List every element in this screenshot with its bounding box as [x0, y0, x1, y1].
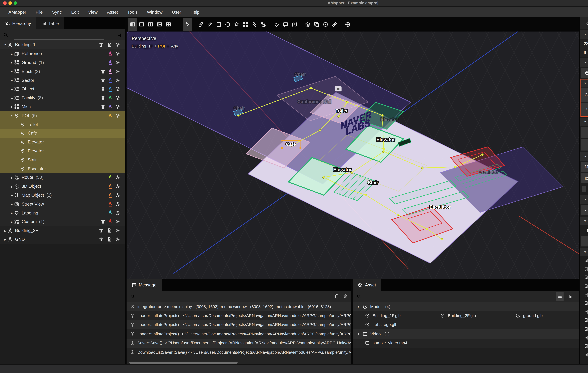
- copy-log-icon[interactable]: [335, 294, 339, 299]
- section-properties[interactable]: ▼Properties: [580, 152, 588, 161]
- map-label-elevator[interactable]: Elevator: [333, 167, 352, 172]
- label-visibility-toggle[interactable]: A: [109, 69, 112, 74]
- bookmark-item[interactable]: +021503 공공/행정 | 우정사업본부 | 우체국365: [580, 273, 588, 282]
- display-select[interactable]: Icon and Text: [581, 173, 588, 183]
- section-coordinate[interactable]: ▼Coordinate: [580, 58, 588, 67]
- layout-pane-columns[interactable]: [146, 18, 155, 31]
- asset-group-model[interactable]: ▼Model(4): [353, 302, 578, 311]
- menu-window[interactable]: Window: [142, 10, 167, 14]
- section-poiitem[interactable]: ▼POIItem: [580, 30, 588, 39]
- tool-poi-pins[interactable]: [250, 18, 259, 31]
- section-bookmark[interactable]: ▼Bookmark: [580, 248, 588, 256]
- tool-circle-dot[interactable]: [321, 18, 330, 31]
- label-display-en-input[interactable]: Cafe: [581, 88, 588, 102]
- focus-target-icon[interactable]: [115, 228, 120, 233]
- tree-item-elevator[interactable]: Elevator: [0, 138, 125, 146]
- tree-item-ground[interactable]: ▶Ground(1)A: [0, 58, 125, 67]
- list-view-button[interactable]: [556, 292, 564, 300]
- tab-table[interactable]: Table: [36, 17, 64, 29]
- asset-item-ground.glb[interactable]: ground.glb: [503, 311, 578, 320]
- menu-user[interactable]: User: [167, 10, 186, 14]
- menu-sync[interactable]: Sync: [47, 10, 67, 14]
- expand-arrow[interactable]: ▶: [10, 96, 14, 100]
- label-visibility-toggle[interactable]: A: [109, 95, 112, 100]
- label-visibility-toggle[interactable]: A: [109, 87, 112, 92]
- map-label-escalator[interactable]: Escalator: [430, 205, 451, 210]
- tree-item-building_1f[interactable]: ▼Building_1F: [0, 41, 125, 49]
- expand-arrow[interactable]: ▶: [3, 229, 8, 232]
- asset-group-video[interactable]: ▼Video(1): [353, 329, 578, 339]
- breadcrumb-building1f[interactable]: Building_1F: [132, 44, 153, 48]
- asset-item-building_2f.glb[interactable]: Building_2F.glb: [428, 311, 503, 320]
- tree-item-cafe[interactable]: Cafe: [0, 129, 125, 138]
- label-full-en-input[interactable]: [581, 127, 588, 138]
- label-visibility-toggle[interactable]: A: [109, 51, 112, 56]
- layout-pane-grid[interactable]: [164, 18, 173, 31]
- focus-target-icon[interactable]: [115, 237, 120, 242]
- map-label-stair[interactable]: Stair: [368, 180, 378, 185]
- layout-pane-left-split[interactable]: [155, 18, 164, 31]
- tree-item-building_2f[interactable]: ▶Building_2F: [0, 226, 125, 235]
- expand-arrow[interactable]: ▼: [3, 43, 8, 46]
- breadcrumb-any[interactable]: Any: [171, 44, 178, 48]
- expand-arrow[interactable]: ▶: [10, 70, 14, 73]
- asset-item-building_1f.glb[interactable]: Building_1F.glb: [353, 311, 428, 320]
- label-visibility-toggle[interactable]: A: [109, 193, 112, 198]
- focus-target-icon[interactable]: [115, 175, 120, 180]
- expand-arrow[interactable]: ▶: [10, 211, 14, 215]
- label-display-ko-input[interactable]: 카페: [581, 103, 588, 116]
- bookmark-item[interactable]: +040700 레져/체육 | 스포츠센터: [580, 351, 588, 359]
- expand-arrow[interactable]: ▶: [10, 105, 14, 108]
- tool-route[interactable]: [259, 18, 268, 31]
- scene-canvas[interactable]: NAVER LABS Conference HallElevatorEscala…: [126, 31, 578, 279]
- section-label-full[interactable]: ▼Label (Full): [580, 118, 588, 126]
- tree-item-labeling[interactable]: ▶LabelingA: [0, 208, 125, 217]
- expand-arrow[interactable]: ▶: [10, 87, 14, 91]
- bookmark-item[interactable]: +040115 레져/체육 | 공원 | 어린이놀이터: [580, 325, 588, 333]
- focus-target-icon[interactable]: [115, 193, 120, 197]
- focus-target-icon[interactable]: [115, 104, 120, 109]
- tree-item-sector[interactable]: ▶SectorA: [0, 76, 125, 85]
- expand-arrow[interactable]: ▶: [10, 79, 14, 82]
- focus-target-icon[interactable]: [115, 96, 120, 100]
- tree-item-street-view[interactable]: ▶Street ViewA: [0, 199, 125, 208]
- expand-arrow[interactable]: ▶: [10, 220, 14, 223]
- focus-target-icon[interactable]: [115, 219, 120, 224]
- map-label-cafe[interactable]: Cafe: [286, 142, 296, 147]
- label-visibility-toggle[interactable]: A: [109, 219, 112, 224]
- message-search-input[interactable]: [138, 293, 332, 299]
- tool-tag[interactable]: [272, 18, 281, 31]
- focus-target-icon[interactable]: [115, 184, 120, 189]
- tool-select-cursor[interactable]: [183, 18, 192, 31]
- expand-arrow[interactable]: ▶: [3, 238, 8, 241]
- coordinate-input[interactable]: [ -5.108984, 0.000000, 4.021690 ]: [581, 68, 588, 78]
- tool-rect-tool[interactable]: [214, 18, 223, 31]
- bookmark-item[interactable]: +023500 공공/행정 | 기타행정: [580, 282, 588, 290]
- breadcrumb-poi[interactable]: POI: [158, 44, 165, 48]
- delete-icon[interactable]: [100, 104, 105, 109]
- menu-view[interactable]: View: [84, 10, 102, 14]
- tree-item-block[interactable]: ▶Block(2)A: [0, 67, 125, 76]
- menu-help[interactable]: Help: [186, 10, 204, 14]
- focus-target-icon[interactable]: [115, 113, 120, 118]
- tab-asset[interactable]: Asset: [353, 279, 381, 291]
- section-ar[interactable]: ▼AR: [580, 195, 588, 204]
- map-label-elevator[interactable]: Elevator: [377, 137, 395, 142]
- tree-item-custom[interactable]: ▶Custom(1)A: [0, 217, 125, 226]
- tab-editable[interactable]: Editable: [580, 17, 588, 29]
- category-search-input[interactable]: [581, 236, 588, 247]
- label-visibility-toggle[interactable]: A: [109, 210, 112, 215]
- label-visibility-toggle[interactable]: A: [109, 60, 112, 65]
- layout-pane-left[interactable]: [137, 18, 146, 31]
- expand-arrow[interactable]: ▶: [10, 194, 14, 197]
- tool-globe[interactable]: [343, 18, 352, 31]
- expand-arrow[interactable]: ▶: [10, 52, 14, 55]
- section-label-display[interactable]: ▼Label (Display): [580, 79, 588, 87]
- bookmark-item[interactable]: +040500 레져/체육 | 체육관: [580, 342, 588, 351]
- delete-icon[interactable]: [100, 96, 105, 100]
- hierarchy-search-input[interactable]: [11, 32, 114, 38]
- tool-pencil[interactable]: [205, 18, 214, 31]
- destination-checkbox[interactable]: [582, 186, 586, 192]
- custom-range-select[interactable]: -: [581, 205, 588, 216]
- tool-measure[interactable]: [330, 18, 339, 31]
